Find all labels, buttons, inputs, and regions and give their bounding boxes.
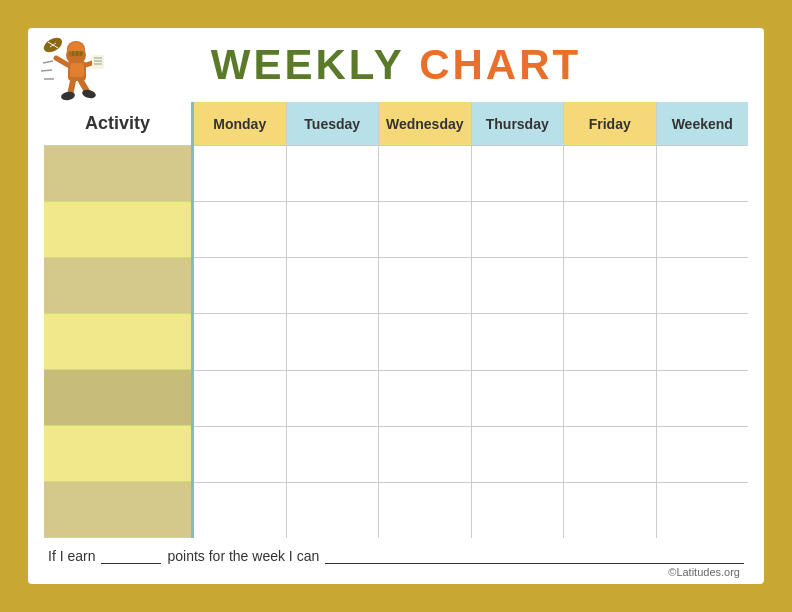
footer-blank[interactable] bbox=[101, 548, 161, 564]
day-header-weekend: Weekend bbox=[657, 102, 749, 146]
grid-cell bbox=[287, 258, 380, 313]
grid-cell bbox=[194, 427, 287, 482]
grid-row bbox=[194, 202, 748, 258]
grid-cell bbox=[287, 371, 380, 426]
activity-header: Activity bbox=[44, 102, 191, 146]
grid-cell bbox=[472, 202, 565, 257]
grid-cell bbox=[657, 371, 749, 426]
activity-row bbox=[44, 370, 191, 426]
grid-cell bbox=[472, 371, 565, 426]
activity-row bbox=[44, 258, 191, 314]
grid-row bbox=[194, 371, 748, 427]
activity-row bbox=[44, 202, 191, 258]
title-weekly: WEEKLY bbox=[211, 41, 405, 88]
grid-row bbox=[194, 258, 748, 314]
grid-cell bbox=[379, 146, 472, 201]
day-header-tuesday: Tuesday bbox=[287, 102, 380, 146]
activity-row bbox=[44, 314, 191, 370]
grid-cell bbox=[194, 371, 287, 426]
day-header-wednesday: Wednesday bbox=[379, 102, 472, 146]
day-header-friday: Friday bbox=[564, 102, 657, 146]
grid-cell bbox=[564, 202, 657, 257]
grid-cell bbox=[657, 427, 749, 482]
grid-cell bbox=[194, 146, 287, 201]
grid-cell bbox=[657, 483, 749, 538]
grid-cell bbox=[194, 314, 287, 369]
grid-cell bbox=[287, 146, 380, 201]
activity-column: Activity bbox=[44, 102, 194, 538]
title-chart: CHART bbox=[419, 41, 581, 88]
svg-line-12 bbox=[56, 58, 68, 65]
grid-cell bbox=[472, 146, 565, 201]
grid-cell bbox=[194, 202, 287, 257]
chart-area: Activity Monday Tuesday Wednesday Thursd… bbox=[28, 98, 764, 538]
grid-rows bbox=[194, 146, 748, 538]
grid-cell bbox=[564, 427, 657, 482]
day-header-monday: Monday bbox=[194, 102, 287, 146]
grid-cell bbox=[564, 483, 657, 538]
activity-row bbox=[44, 146, 191, 202]
footer-area: If I earn points for the week I can ©Lat… bbox=[28, 538, 764, 584]
grid-cell bbox=[287, 427, 380, 482]
svg-rect-14 bbox=[92, 55, 104, 69]
footer-line: If I earn points for the week I can bbox=[48, 548, 744, 564]
grid-cell bbox=[379, 371, 472, 426]
grid-cell bbox=[194, 483, 287, 538]
grid-cell bbox=[379, 258, 472, 313]
grid-cell bbox=[287, 314, 380, 369]
inner-card: WEEKLY CHART Activity Monday bbox=[28, 28, 764, 584]
activity-row bbox=[44, 426, 191, 482]
grid-cell bbox=[564, 371, 657, 426]
title-area: WEEKLY CHART bbox=[28, 28, 764, 98]
day-header-thursday: Thursday bbox=[472, 102, 565, 146]
svg-rect-11 bbox=[70, 63, 84, 77]
grid-cell bbox=[657, 314, 749, 369]
grid-cell bbox=[194, 258, 287, 313]
grid-row bbox=[194, 146, 748, 202]
grid-cell bbox=[472, 314, 565, 369]
grid-cell bbox=[472, 483, 565, 538]
grid-cell bbox=[287, 483, 380, 538]
grid-cell bbox=[287, 202, 380, 257]
footer-long-blank[interactable] bbox=[325, 548, 744, 564]
grid-cell bbox=[379, 483, 472, 538]
outer-frame: WEEKLY CHART Activity Monday bbox=[16, 16, 776, 596]
grid-cell bbox=[472, 258, 565, 313]
grid-cell bbox=[472, 427, 565, 482]
grid-cell bbox=[564, 146, 657, 201]
mascot bbox=[38, 33, 118, 103]
grid-row bbox=[194, 314, 748, 370]
activity-row bbox=[44, 482, 191, 538]
copyright: ©Latitudes.org bbox=[48, 566, 744, 578]
svg-line-23 bbox=[41, 70, 52, 71]
grid-cell bbox=[379, 314, 472, 369]
grid-cell bbox=[564, 314, 657, 369]
grid-row bbox=[194, 427, 748, 483]
grid-row bbox=[194, 483, 748, 538]
title-container: WEEKLY CHART bbox=[211, 41, 581, 89]
grid-cell bbox=[657, 202, 749, 257]
grid-cell bbox=[379, 427, 472, 482]
footer-text1: If I earn bbox=[48, 548, 95, 564]
grid-cell bbox=[657, 258, 749, 313]
svg-line-22 bbox=[43, 61, 53, 63]
days-grid: Monday Tuesday Wednesday Thursday Friday… bbox=[194, 102, 748, 538]
grid-cell bbox=[379, 202, 472, 257]
days-header-row: Monday Tuesday Wednesday Thursday Friday… bbox=[194, 102, 748, 146]
grid-cell bbox=[564, 258, 657, 313]
grid-cell bbox=[657, 146, 749, 201]
footer-text2: points for the week I can bbox=[167, 548, 319, 564]
